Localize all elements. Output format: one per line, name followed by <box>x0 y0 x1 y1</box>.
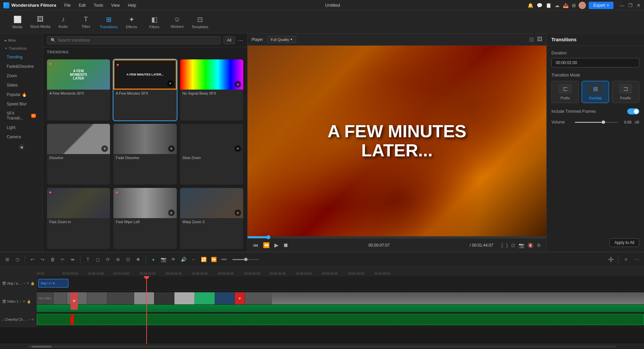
volume-thumb[interactable] <box>602 120 605 124</box>
fullscreen-icon[interactable]: 🖼 <box>537 36 542 43</box>
grid-icon[interactable]: ⊞ <box>572 3 576 8</box>
split-view-icon[interactable]: ⊡ <box>529 36 534 43</box>
filter-all-button[interactable]: All <box>223 36 235 44</box>
text-icon[interactable]: T <box>83 255 93 264</box>
eye-icon[interactable]: 👁 <box>169 255 178 264</box>
search-bar[interactable]: 🔍 <box>47 36 221 44</box>
transition-marker[interactable]: ✕ <box>70 292 78 310</box>
menu-edit[interactable]: Edit <box>77 2 87 8</box>
delete-icon[interactable]: 🗑 <box>48 255 57 264</box>
tool-transitions[interactable]: ⊞ Transitions <box>98 13 119 32</box>
notification-icon[interactable]: 🔔 <box>528 3 533 8</box>
tool-stickers[interactable]: ☺ Stickers <box>166 13 188 32</box>
mode-postfix-card[interactable]: ⊐ Postfix <box>612 81 639 103</box>
step-back-button[interactable]: ⏪ <box>263 242 270 248</box>
track-overlay-lock-icon[interactable]: 🔒 <box>31 282 35 285</box>
undo-icon[interactable]: ↩ <box>28 255 37 264</box>
play-button[interactable]: ▶ <box>274 242 278 248</box>
sidebar-item-light[interactable]: Light <box>2 123 41 132</box>
transition-card-dissolve[interactable]: + Dissolve <box>47 124 110 185</box>
transition-card-sfx2[interactable]: A FEW MINUTES LATER... ♥ + A Few Minutes… <box>113 59 176 120</box>
sidebar-item-popular[interactable]: Popular 🔥 <box>2 90 41 99</box>
rotate-icon[interactable]: ⟳ <box>103 255 113 264</box>
player-progress-thumb[interactable] <box>266 235 270 239</box>
plus-icon[interactable]: ✚ <box>133 255 143 264</box>
cloud-icon[interactable]: ☁ <box>555 3 559 8</box>
snapshot-icon[interactable]: 📷 <box>519 243 524 248</box>
track-video1-add-icon[interactable]: + <box>19 300 21 303</box>
sidebar-item-trending[interactable]: Trending <box>2 53 41 61</box>
mode-prefix-card[interactable]: ⊏ Prefix <box>551 81 579 103</box>
menu-help[interactable]: Help <box>126 2 138 8</box>
sidebar-item-fade-dissolve[interactable]: Fade&Dissolve <box>2 62 41 71</box>
more-options-icon[interactable]: ⋯ <box>632 255 641 264</box>
transition-card-fast-zoom[interactable]: ♥ Fast Zoom in <box>47 188 110 249</box>
transition-card-fast-wipe[interactable]: ♥ + Fast Wipe Left <box>113 188 176 249</box>
tool-media[interactable]: ⬜ Media <box>7 13 28 32</box>
sidebar-item-slides[interactable]: Slides <box>2 81 41 90</box>
transition-card-warp-zoom[interactable]: + Warp Zoom 3 <box>180 188 243 249</box>
sidebar-item-sfx-transition[interactable]: SFX Transiti... N <box>2 109 41 122</box>
settings-icon[interactable]: ⚙ <box>537 243 541 248</box>
track-audio1-add-icon[interactable]: + <box>28 318 30 321</box>
transition-card-fade-dissolve[interactable]: + Fade Dissolve <box>113 124 176 185</box>
record-icon[interactable]: ● <box>149 255 158 264</box>
volume-slider[interactable] <box>575 122 618 123</box>
transition-card-sfx1[interactable]: A FEWMOMENTSLATER ♥ A Few Moments SFX <box>47 59 110 120</box>
mode-overlap-card[interactable]: ⊠ Overlap <box>582 81 609 103</box>
audio-mute-icon[interactable]: 🔊 <box>179 255 188 264</box>
share-icon[interactable]: 📤 <box>563 3 569 8</box>
track-video1-eye-icon[interactable]: 👁 <box>22 300 26 303</box>
add-icon[interactable]: ⊕ <box>113 255 123 264</box>
track-overlay-eye-icon[interactable]: 👁 <box>26 282 30 285</box>
duration-value-display[interactable]: 00:00:02:00 <box>551 58 639 67</box>
restore-button[interactable]: ❐ <box>628 3 633 8</box>
sfx2-add-button[interactable]: + <box>167 80 174 87</box>
trimmed-frames-toggle[interactable] <box>627 108 639 114</box>
select-tool-icon[interactable]: ⊞ <box>3 255 12 264</box>
close-button[interactable]: ✕ <box>637 3 641 8</box>
tool-filters[interactable]: ◧ Filters <box>144 13 165 32</box>
transition-card-sfx3[interactable]: + No Signal Beep SFX <box>180 59 243 120</box>
zoom-out-icon[interactable]: ➖ <box>219 255 228 264</box>
transition-auto-icon[interactable]: ↔ <box>189 255 198 264</box>
export-button[interactable]: Export ▾ <box>589 2 613 9</box>
tool-titles[interactable]: T Titles <box>75 13 97 32</box>
search-input-field[interactable] <box>58 38 217 43</box>
tool-effects[interactable]: ✦ Effects <box>121 13 142 32</box>
apply-to-all-button[interactable]: Apply to All <box>609 238 639 247</box>
split-icon[interactable]: ⬌ <box>68 255 77 264</box>
fast-wipe-add-button[interactable]: + <box>168 209 175 216</box>
mark-out-icon[interactable]: } <box>506 243 508 248</box>
menu-tools[interactable]: Tools <box>92 2 104 8</box>
zoom-slider[interactable] <box>232 259 259 260</box>
cut-icon[interactable]: ✂ <box>58 255 67 264</box>
more-options-button[interactable]: ⋯ <box>238 37 243 44</box>
sidebar-item-zoom[interactable]: Zoom <box>2 71 41 80</box>
crop-icon[interactable]: ◻ <box>93 255 103 264</box>
overlay-clip[interactable]: vlog / a / d... <box>38 279 68 288</box>
quality-button[interactable]: Full Quality ▾ <box>267 36 296 43</box>
track-overlay-add-icon[interactable]: + <box>23 282 25 285</box>
ripple-tool-icon[interactable]: ◷ <box>13 255 22 264</box>
player-progress-bar[interactable] <box>248 236 546 238</box>
audio-start-marker[interactable] <box>70 314 74 325</box>
clip-to-selection-icon[interactable]: ⊡ <box>511 243 515 248</box>
user-avatar[interactable] <box>579 2 586 9</box>
audio-clip[interactable] <box>37 314 644 325</box>
feedback-icon[interactable]: 📋 <box>546 3 551 8</box>
redo-icon[interactable]: ↪ <box>38 255 47 264</box>
minimize-button[interactable]: — <box>620 3 624 8</box>
stop-button[interactable]: ⏹ <box>283 242 288 248</box>
grid-tool-icon[interactable]: ⊡ <box>123 255 133 264</box>
zoom-in-icon[interactable]: ➕ <box>606 255 615 264</box>
slow-zoom-add-button[interactable]: + <box>234 145 241 152</box>
fade-dissolve-add-button[interactable]: + <box>168 145 175 152</box>
skip-back-button[interactable]: ⏮ <box>253 242 258 248</box>
panel-collapse-button[interactable]: ◀ <box>19 144 24 150</box>
mark-in-icon[interactable]: { <box>501 243 503 248</box>
sidebar-item-speed-blur[interactable]: Speed Blur <box>2 100 41 108</box>
warp-zoom-add-button[interactable]: + <box>234 209 241 216</box>
zoom-thumb[interactable] <box>244 258 248 261</box>
sidebar-item-camera[interactable]: Camera <box>2 133 41 141</box>
